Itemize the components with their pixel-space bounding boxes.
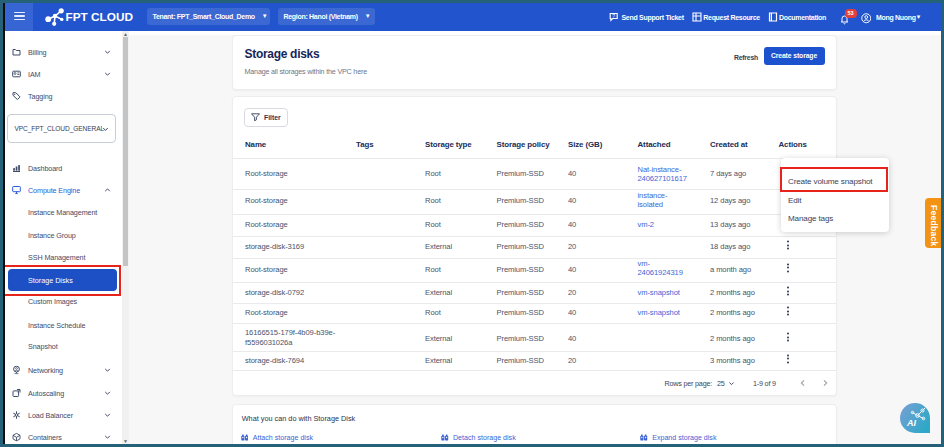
svg-text:AI: AI — [906, 418, 916, 428]
svg-text:?: ? — [612, 12, 615, 18]
